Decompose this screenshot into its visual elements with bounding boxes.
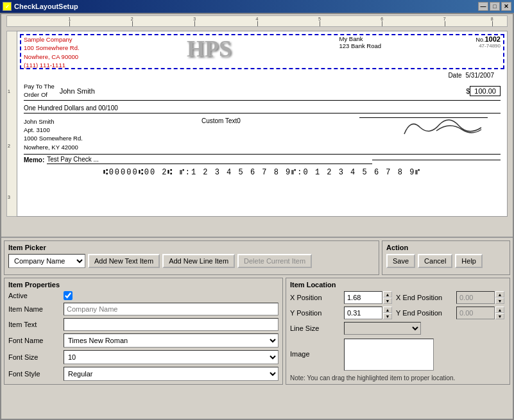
ruler: 1 2 3 4 5 6 7 8 [6, 15, 508, 27]
picker-controls-row: Company Name Pay To Date Amount MICR Add… [8, 254, 375, 268]
check-number-area: No.1002 47-74890 [475, 35, 501, 49]
app-icon: ✓ [3, 2, 12, 11]
addr-name: John Smith [24, 117, 83, 126]
x-end-spinner: ▲ ▼ [456, 291, 506, 304]
addr-line4: Nowhere, KY 42000 [24, 143, 83, 151]
y-pos-down[interactable]: ▼ [383, 313, 392, 319]
company-name: Sample Company [24, 35, 80, 44]
ruler-container: 1 2 3 4 5 6 7 8 [6, 15, 508, 28]
date-value: 5/31/2007 [466, 72, 495, 79]
bank-address: 123 Bank Road [339, 42, 382, 49]
date-row: Date 5/31/2007 [24, 72, 501, 79]
y-end-spinner: ▲ ▼ [456, 307, 506, 319]
font-style-select[interactable]: Regular Bold Italic Bold Italic [64, 367, 278, 381]
save-button[interactable]: Save [386, 254, 415, 268]
company-address2: Nowhere, CA 90000 [24, 53, 80, 61]
add-line-button[interactable]: Add New Line Item [162, 254, 235, 268]
x-end-input[interactable] [456, 291, 495, 304]
item-location-label: Item Location [290, 281, 506, 289]
image-label: Image [290, 350, 341, 358]
x-end-label: X End Position [396, 294, 454, 301]
action-buttons: Save Cancel Help [386, 254, 506, 268]
x-pos-input[interactable] [344, 291, 382, 304]
title-bar-text: CheckLayoutSetup [14, 3, 78, 10]
font-size-select[interactable]: 8 9 10 11 12 [64, 350, 278, 364]
check-preview-area: 1 2 3 Sample Company 100 Somewhere Rd. [1, 28, 513, 237]
memo-value: Test Pay Check ... [47, 156, 372, 164]
pay-to-label: Pay To TheOrder Of [24, 83, 55, 99]
check-logo: HPS [174, 35, 244, 62]
memo-row: Memo: Test Pay Check ... [24, 154, 501, 164]
help-button[interactable]: Help [455, 254, 483, 268]
check-number: 1002 [485, 35, 501, 43]
item-picker-dropdown[interactable]: Company Name Pay To Date Amount MICR [8, 254, 85, 268]
main-window: 1 2 3 4 5 6 7 8 1 [0, 13, 514, 420]
addr-line3: 1000 Somewhere Rd. [24, 134, 83, 142]
ruler-mark-2: 2 [8, 144, 10, 148]
y-pos-up[interactable]: ▲ [383, 307, 392, 313]
bank-name: My Bank [339, 35, 382, 42]
y-end-input[interactable] [456, 307, 495, 319]
font-style-label: Font Style [8, 370, 60, 378]
item-text-label: Item Text [8, 321, 60, 328]
bottom-properties-row: Item Properties Active Item Name Item Te… [4, 278, 510, 385]
font-name-label: Font Name [8, 337, 60, 344]
properties-grid: Active Item Name Item Text Font Name Tim… [8, 291, 278, 381]
bank-info: My Bank 123 Bank Road [339, 35, 382, 49]
font-name-select[interactable]: Times New Roman Arial Courier New Verdan… [64, 333, 278, 348]
item-properties-label: Item Properties [8, 281, 278, 289]
item-picker-label: Item Picker [8, 244, 375, 251]
maximize-button[interactable]: □ [490, 2, 500, 11]
item-name-label: Item Name [8, 305, 60, 313]
y-pos-input[interactable] [344, 307, 382, 319]
line-size-select[interactable] [344, 322, 421, 335]
check-routing: 47-74890 [475, 43, 501, 49]
x-pos-down[interactable]: ▼ [383, 298, 392, 304]
minimize-button[interactable]: — [478, 2, 488, 11]
left-ruler: 1 2 3 [6, 31, 17, 217]
company-phone: (111) 111-1111 [24, 61, 80, 69]
item-location-section: Item Location X Position ▲ ▼ X End Posit… [286, 278, 510, 385]
action-label: Action [386, 244, 506, 251]
add-text-button[interactable]: Add New Text Item [88, 254, 160, 268]
check-preview: Sample Company 100 Somewhere Rd. Nowhere… [17, 31, 508, 217]
ruler-mark-1: 1 [8, 89, 10, 94]
ruler-mark-3: 3 [8, 195, 10, 199]
line-size-label: Line Size [290, 324, 341, 332]
close-button[interactable]: ✕ [501, 2, 511, 11]
date-label: Date [448, 72, 461, 79]
address-block: John Smith Apt. 3100 1000 Somewhere Rd. … [24, 117, 83, 151]
addr-line2: Apt. 3100 [24, 126, 83, 134]
bottom-panel: Item Picker Company Name Pay To Date Amo… [1, 237, 513, 390]
title-bar: ✓ CheckLayoutSetup — □ ✕ [0, 0, 514, 13]
x-end-down[interactable]: ▼ [495, 298, 504, 304]
y-pos-label: Y Position [290, 309, 341, 317]
company-info: Sample Company 100 Somewhere Rd. Nowhere… [24, 35, 80, 69]
y-end-down[interactable]: ▼ [495, 313, 504, 319]
item-name-input[interactable] [64, 303, 278, 315]
x-end-up[interactable]: ▲ [495, 291, 504, 298]
check-middle: John Smith Apt. 3100 1000 Somewhere Rd. … [24, 117, 501, 151]
item-properties-section: Item Properties Active Item Name Item Te… [4, 278, 283, 385]
delete-button[interactable]: Delete Current Item [237, 254, 312, 268]
active-checkbox[interactable] [64, 291, 73, 300]
signature-area [359, 117, 501, 148]
pay-to-row: Pay To TheOrder Of John Smith $ 100.00 [24, 83, 501, 101]
amount-value: 100.00 [470, 86, 501, 96]
action-section: Action Save Cancel Help [382, 240, 510, 275]
y-end-label: Y End Position [396, 309, 454, 317]
payee-name: John Smith [57, 87, 464, 95]
cancel-button[interactable]: Cancel [418, 254, 452, 268]
font-size-label: Font Size [8, 353, 60, 361]
micr-line: ⑆00000⑆00 2⑆ ⑈:1 2 3 4 5 6 7 8 9⑈:0 1 2 … [24, 168, 501, 177]
x-pos-label: X Position [290, 294, 341, 301]
x-pos-up[interactable]: ▲ [383, 291, 392, 298]
sig-line [372, 160, 501, 160]
y-pos-spinner: ▲ ▼ [344, 307, 393, 319]
signature-image [359, 112, 488, 148]
custom-text: Custom Text0 [201, 117, 241, 124]
x-pos-spinner: ▲ ▼ [344, 291, 393, 304]
y-end-up[interactable]: ▲ [495, 307, 504, 313]
check-no-label: No. [475, 37, 484, 43]
item-text-input[interactable] [64, 318, 278, 331]
